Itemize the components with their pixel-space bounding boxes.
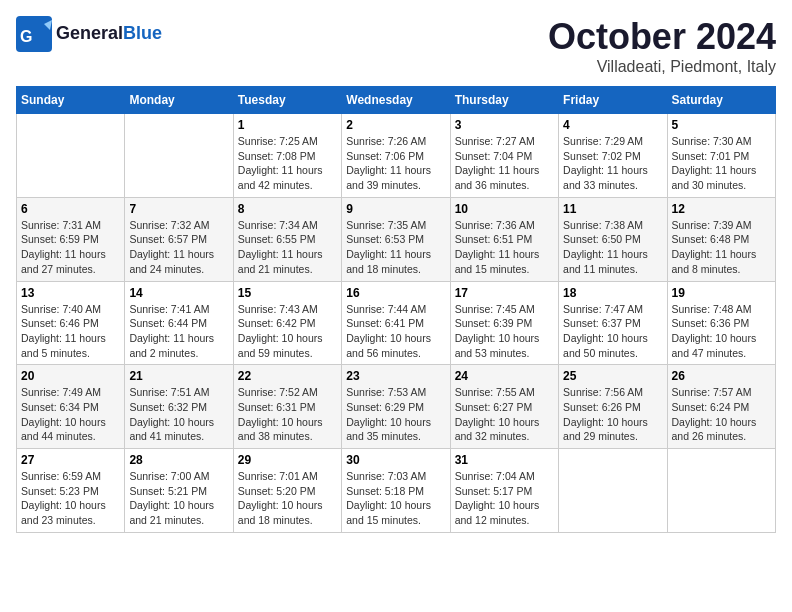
calendar-table: SundayMondayTuesdayWednesdayThursdayFrid… bbox=[16, 86, 776, 533]
weekday-header: Friday bbox=[559, 87, 667, 114]
day-number: 12 bbox=[672, 202, 771, 216]
calendar-cell: 9Sunrise: 7:35 AMSunset: 6:53 PMDaylight… bbox=[342, 197, 450, 281]
calendar-cell: 22Sunrise: 7:52 AMSunset: 6:31 PMDayligh… bbox=[233, 365, 341, 449]
page-header: G GeneralBlue October 2024 Villadeati, P… bbox=[16, 16, 776, 76]
day-info: Sunrise: 7:32 AMSunset: 6:57 PMDaylight:… bbox=[129, 218, 228, 277]
day-number: 10 bbox=[455, 202, 554, 216]
month-title: October 2024 bbox=[548, 16, 776, 58]
weekday-header: Wednesday bbox=[342, 87, 450, 114]
day-number: 26 bbox=[672, 369, 771, 383]
weekday-header: Monday bbox=[125, 87, 233, 114]
day-number: 8 bbox=[238, 202, 337, 216]
day-number: 29 bbox=[238, 453, 337, 467]
calendar-week-row: 6Sunrise: 7:31 AMSunset: 6:59 PMDaylight… bbox=[17, 197, 776, 281]
day-number: 21 bbox=[129, 369, 228, 383]
calendar-cell bbox=[559, 449, 667, 533]
weekday-header: Saturday bbox=[667, 87, 775, 114]
day-number: 9 bbox=[346, 202, 445, 216]
day-info: Sunrise: 7:27 AMSunset: 7:04 PMDaylight:… bbox=[455, 134, 554, 193]
day-info: Sunrise: 7:53 AMSunset: 6:29 PMDaylight:… bbox=[346, 385, 445, 444]
day-info: Sunrise: 7:51 AMSunset: 6:32 PMDaylight:… bbox=[129, 385, 228, 444]
calendar-week-row: 1Sunrise: 7:25 AMSunset: 7:08 PMDaylight… bbox=[17, 114, 776, 198]
calendar-cell: 29Sunrise: 7:01 AMSunset: 5:20 PMDayligh… bbox=[233, 449, 341, 533]
day-number: 13 bbox=[21, 286, 120, 300]
calendar-cell: 27Sunrise: 6:59 AMSunset: 5:23 PMDayligh… bbox=[17, 449, 125, 533]
weekday-header: Sunday bbox=[17, 87, 125, 114]
day-number: 22 bbox=[238, 369, 337, 383]
calendar-cell: 15Sunrise: 7:43 AMSunset: 6:42 PMDayligh… bbox=[233, 281, 341, 365]
calendar-week-row: 20Sunrise: 7:49 AMSunset: 6:34 PMDayligh… bbox=[17, 365, 776, 449]
day-info: Sunrise: 7:03 AMSunset: 5:18 PMDaylight:… bbox=[346, 469, 445, 528]
calendar-cell: 17Sunrise: 7:45 AMSunset: 6:39 PMDayligh… bbox=[450, 281, 558, 365]
day-info: Sunrise: 7:25 AMSunset: 7:08 PMDaylight:… bbox=[238, 134, 337, 193]
logo: G GeneralBlue bbox=[16, 16, 162, 52]
calendar-cell: 10Sunrise: 7:36 AMSunset: 6:51 PMDayligh… bbox=[450, 197, 558, 281]
day-number: 30 bbox=[346, 453, 445, 467]
day-info: Sunrise: 7:34 AMSunset: 6:55 PMDaylight:… bbox=[238, 218, 337, 277]
day-info: Sunrise: 7:04 AMSunset: 5:17 PMDaylight:… bbox=[455, 469, 554, 528]
day-number: 14 bbox=[129, 286, 228, 300]
day-number: 15 bbox=[238, 286, 337, 300]
calendar-cell bbox=[667, 449, 775, 533]
calendar-cell: 30Sunrise: 7:03 AMSunset: 5:18 PMDayligh… bbox=[342, 449, 450, 533]
calendar-cell: 26Sunrise: 7:57 AMSunset: 6:24 PMDayligh… bbox=[667, 365, 775, 449]
day-number: 7 bbox=[129, 202, 228, 216]
day-number: 17 bbox=[455, 286, 554, 300]
day-number: 6 bbox=[21, 202, 120, 216]
calendar-cell: 5Sunrise: 7:30 AMSunset: 7:01 PMDaylight… bbox=[667, 114, 775, 198]
location: Villadeati, Piedmont, Italy bbox=[548, 58, 776, 76]
calendar-cell: 1Sunrise: 7:25 AMSunset: 7:08 PMDaylight… bbox=[233, 114, 341, 198]
day-info: Sunrise: 7:26 AMSunset: 7:06 PMDaylight:… bbox=[346, 134, 445, 193]
day-info: Sunrise: 7:30 AMSunset: 7:01 PMDaylight:… bbox=[672, 134, 771, 193]
day-info: Sunrise: 7:56 AMSunset: 6:26 PMDaylight:… bbox=[563, 385, 662, 444]
day-info: Sunrise: 7:39 AMSunset: 6:48 PMDaylight:… bbox=[672, 218, 771, 277]
day-number: 11 bbox=[563, 202, 662, 216]
day-info: Sunrise: 7:29 AMSunset: 7:02 PMDaylight:… bbox=[563, 134, 662, 193]
calendar-header-row: SundayMondayTuesdayWednesdayThursdayFrid… bbox=[17, 87, 776, 114]
day-info: Sunrise: 7:35 AMSunset: 6:53 PMDaylight:… bbox=[346, 218, 445, 277]
calendar-cell: 12Sunrise: 7:39 AMSunset: 6:48 PMDayligh… bbox=[667, 197, 775, 281]
calendar-cell: 24Sunrise: 7:55 AMSunset: 6:27 PMDayligh… bbox=[450, 365, 558, 449]
day-info: Sunrise: 7:47 AMSunset: 6:37 PMDaylight:… bbox=[563, 302, 662, 361]
day-info: Sunrise: 7:45 AMSunset: 6:39 PMDaylight:… bbox=[455, 302, 554, 361]
day-info: Sunrise: 7:49 AMSunset: 6:34 PMDaylight:… bbox=[21, 385, 120, 444]
day-number: 18 bbox=[563, 286, 662, 300]
day-info: Sunrise: 7:48 AMSunset: 6:36 PMDaylight:… bbox=[672, 302, 771, 361]
logo-text: GeneralBlue bbox=[56, 24, 162, 44]
calendar-cell: 4Sunrise: 7:29 AMSunset: 7:02 PMDaylight… bbox=[559, 114, 667, 198]
calendar-cell: 23Sunrise: 7:53 AMSunset: 6:29 PMDayligh… bbox=[342, 365, 450, 449]
calendar-cell: 25Sunrise: 7:56 AMSunset: 6:26 PMDayligh… bbox=[559, 365, 667, 449]
day-number: 1 bbox=[238, 118, 337, 132]
day-number: 16 bbox=[346, 286, 445, 300]
day-info: Sunrise: 7:44 AMSunset: 6:41 PMDaylight:… bbox=[346, 302, 445, 361]
day-info: Sunrise: 7:55 AMSunset: 6:27 PMDaylight:… bbox=[455, 385, 554, 444]
day-info: Sunrise: 7:52 AMSunset: 6:31 PMDaylight:… bbox=[238, 385, 337, 444]
calendar-cell: 19Sunrise: 7:48 AMSunset: 6:36 PMDayligh… bbox=[667, 281, 775, 365]
calendar-week-row: 13Sunrise: 7:40 AMSunset: 6:46 PMDayligh… bbox=[17, 281, 776, 365]
calendar-cell: 2Sunrise: 7:26 AMSunset: 7:06 PMDaylight… bbox=[342, 114, 450, 198]
weekday-header: Thursday bbox=[450, 87, 558, 114]
day-number: 23 bbox=[346, 369, 445, 383]
day-info: Sunrise: 7:43 AMSunset: 6:42 PMDaylight:… bbox=[238, 302, 337, 361]
day-number: 25 bbox=[563, 369, 662, 383]
day-number: 4 bbox=[563, 118, 662, 132]
day-info: Sunrise: 7:40 AMSunset: 6:46 PMDaylight:… bbox=[21, 302, 120, 361]
day-info: Sunrise: 7:00 AMSunset: 5:21 PMDaylight:… bbox=[129, 469, 228, 528]
calendar-cell: 6Sunrise: 7:31 AMSunset: 6:59 PMDaylight… bbox=[17, 197, 125, 281]
calendar-cell bbox=[125, 114, 233, 198]
day-info: Sunrise: 6:59 AMSunset: 5:23 PMDaylight:… bbox=[21, 469, 120, 528]
day-number: 28 bbox=[129, 453, 228, 467]
calendar-cell bbox=[17, 114, 125, 198]
day-number: 2 bbox=[346, 118, 445, 132]
calendar-cell: 21Sunrise: 7:51 AMSunset: 6:32 PMDayligh… bbox=[125, 365, 233, 449]
day-info: Sunrise: 7:57 AMSunset: 6:24 PMDaylight:… bbox=[672, 385, 771, 444]
day-number: 3 bbox=[455, 118, 554, 132]
calendar-cell: 11Sunrise: 7:38 AMSunset: 6:50 PMDayligh… bbox=[559, 197, 667, 281]
logo-icon: G bbox=[16, 16, 52, 52]
title-block: October 2024 Villadeati, Piedmont, Italy bbox=[548, 16, 776, 76]
calendar-cell: 14Sunrise: 7:41 AMSunset: 6:44 PMDayligh… bbox=[125, 281, 233, 365]
day-info: Sunrise: 7:38 AMSunset: 6:50 PMDaylight:… bbox=[563, 218, 662, 277]
calendar-cell: 7Sunrise: 7:32 AMSunset: 6:57 PMDaylight… bbox=[125, 197, 233, 281]
day-number: 19 bbox=[672, 286, 771, 300]
day-number: 20 bbox=[21, 369, 120, 383]
